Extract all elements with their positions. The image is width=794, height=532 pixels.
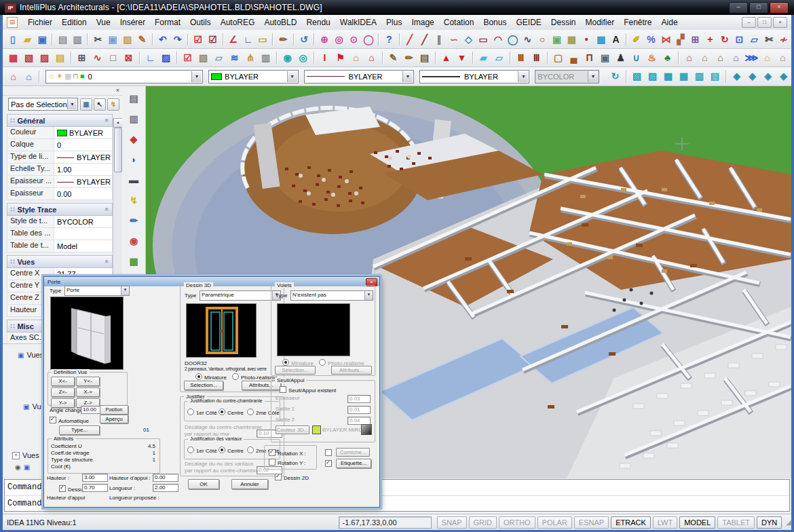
color-combo[interactable]: BYLAYER ▼ (208, 70, 299, 83)
chevron-collapse-icon[interactable]: « (104, 208, 111, 212)
scroll-up-icon[interactable]: ▲ (113, 118, 123, 128)
beam-icon[interactable]: I (317, 50, 333, 66)
parallel-lines-icon[interactable]: ∥ (432, 31, 447, 47)
dyn-toggle[interactable]: DYN (757, 516, 782, 529)
building-grid-icon[interactable]: ⌂ (728, 50, 744, 66)
menu-item[interactable]: Fichier (23, 16, 57, 29)
column-flag-icon[interactable]: ⚑ (333, 50, 348, 66)
menu-item[interactable]: Cotation (439, 16, 479, 29)
model-icon[interactable]: ◆ (125, 131, 143, 147)
child-close-button[interactable]: × (773, 17, 787, 28)
scrollbar-thumb[interactable] (114, 128, 122, 172)
shutters-type-combo[interactable]: N'existent pas ▼ (290, 290, 373, 301)
rectangle-icon[interactable]: ▭ (476, 31, 491, 47)
view-tree-item[interactable]: ▣ Vue (23, 402, 45, 411)
annotate-icon[interactable]: ✎ (385, 50, 401, 66)
array-icon[interactable]: ⊞ (688, 31, 703, 47)
snap-toggle[interactable]: SNAP (437, 516, 467, 529)
scale-icon[interactable]: ⊡ (732, 31, 747, 47)
plant-icon[interactable]: ♣ (660, 50, 675, 66)
sill-exists-checkbox[interactable]: Seuil/Appui existent (280, 386, 336, 394)
ellipse-icon[interactable]: ◯ (506, 31, 521, 47)
view-cube-1-icon[interactable]: ▧ (629, 69, 645, 84)
orbit-hand-icon[interactable]: ◗ (125, 151, 143, 167)
initial-position-button[interactable]: Position initial (100, 405, 128, 415)
slab-check-icon[interactable]: ☑ (180, 50, 195, 66)
wall-join-icon[interactable]: ▨ (37, 50, 52, 66)
expand-icon[interactable]: + (12, 452, 20, 459)
above-field[interactable]: 0.70 (82, 484, 108, 492)
view-cube-2-icon[interactable]: ▨ (645, 69, 660, 84)
wall-icon[interactable]: ▦ (5, 50, 21, 66)
measure-angle-icon[interactable]: ∟ (241, 31, 256, 47)
automatic-checkbox[interactable]: Automatique (50, 417, 89, 424)
cancel-button[interactable]: Annuler (231, 479, 268, 489)
flash-edit-icon[interactable]: ↯ (125, 192, 143, 208)
drawing3d-type-combo[interactable]: Paramétrique ▼ (200, 290, 281, 301)
menu-item[interactable]: Fenêtre (619, 16, 656, 29)
paste-icon[interactable]: ▨ (120, 31, 135, 47)
menu-item[interactable]: AutoREG (216, 16, 260, 29)
polar-toggle[interactable]: POLAR (537, 516, 572, 529)
volume-edit-icon[interactable]: ▱ (491, 50, 507, 66)
railing-edit-icon[interactable]: Ⅲ (529, 50, 544, 66)
type-button[interactable]: Type... (59, 425, 100, 435)
level-down-icon[interactable]: ▼ (454, 50, 470, 66)
menu-item[interactable]: Modifier (581, 16, 620, 29)
building-edit-icon[interactable]: ⌂ (697, 50, 713, 66)
chevron-down-icon[interactable]: ▼ (518, 71, 528, 82)
structure-tree-icon[interactable]: ⋔ (242, 50, 258, 66)
annotate-2-icon[interactable]: ✏ (401, 50, 417, 66)
section-header[interactable]: ∷ Vues « (7, 255, 113, 268)
preview-button[interactable]: Aperçu (100, 415, 128, 423)
view-cube-6-icon[interactable]: ▤ (707, 69, 723, 84)
property-value[interactable]: 0.00 (54, 188, 112, 200)
section-header[interactable]: ∷ Style Trace « (7, 203, 113, 216)
property-value[interactable] (54, 228, 112, 240)
panel-header[interactable]: × (3, 86, 122, 96)
redline-edit-icon[interactable]: ☑ (206, 31, 221, 47)
section-header[interactable]: ∷ Général « (7, 114, 113, 127)
extend-icon[interactable]: ≁ (776, 31, 791, 47)
length-field[interactable]: 2.00 (153, 484, 178, 492)
grid-toggle[interactable]: GRID (469, 516, 497, 529)
format-painter-icon[interactable]: ✎ (135, 31, 150, 47)
height-field[interactable]: 3.00 (82, 474, 108, 482)
redline-icon[interactable]: ☑ (191, 31, 206, 47)
menu-item[interactable]: Rendu (301, 16, 335, 29)
stretch-icon[interactable]: ▱ (747, 31, 762, 47)
monitor-icon[interactable]: ▣ (24, 463, 30, 471)
polygon-icon[interactable]: ◇ (461, 31, 476, 47)
view-cube-5-icon[interactable]: ▥ (692, 69, 707, 84)
miniature-radio[interactable]: Miniature (195, 373, 227, 381)
minimize-button[interactable]: – (729, 2, 748, 14)
trim-icon[interactable]: ✄ (761, 31, 776, 47)
segment-icon[interactable]: ╱ (417, 31, 432, 47)
menu-item[interactable]: Aide (657, 16, 683, 29)
angle-field[interactable]: 10.00 (81, 406, 101, 414)
sofa-icon[interactable]: ▄ (566, 50, 582, 66)
palette-icon[interactable]: ◉ (125, 233, 143, 248)
view-cube-4-icon[interactable]: ▦ (676, 69, 692, 84)
ruler-icon[interactable]: ▭ (255, 31, 270, 47)
menu-item[interactable]: Format (150, 16, 185, 29)
window-edit-icon[interactable]: ⊠ (121, 50, 136, 66)
circle-edit-icon[interactable]: ◎ (295, 50, 311, 66)
appliance-icon[interactable]: ▣ (597, 50, 613, 66)
roof-b-icon[interactable]: ⌂ (21, 69, 37, 84)
door-type-combo[interactable]: Porte ▼ (64, 286, 130, 296)
drawing-2d-checkbox[interactable]: Dessin 2D (275, 474, 309, 481)
axis-rotate-button[interactable]: Y-> (51, 398, 75, 408)
circle-icon[interactable]: ○ (535, 31, 550, 47)
views-tree-root[interactable]: ▣ Vues (18, 351, 43, 359)
chair-icon[interactable]: Π (582, 50, 597, 66)
surface-icon[interactable]: ▱ (211, 50, 227, 66)
railing-icon[interactable]: Ⅲ (513, 50, 529, 66)
template-icon[interactable]: ▥ (125, 111, 143, 126)
rotation-y-checkbox[interactable]: Rotation Y : (269, 459, 306, 466)
wall-dimension-icon[interactable]: ▤ (52, 50, 68, 66)
paint-icon[interactable]: ✏ (125, 212, 143, 228)
copy-icon[interactable]: ▣ (105, 31, 120, 47)
spline-icon[interactable]: ∿ (520, 31, 535, 47)
chevron-down-icon[interactable]: ▼ (364, 291, 373, 300)
